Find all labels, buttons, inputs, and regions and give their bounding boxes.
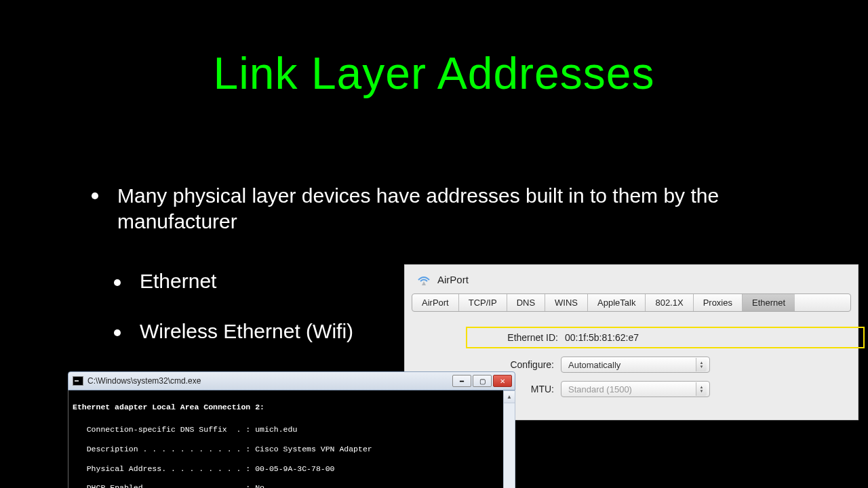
tab-appletalk[interactable]: AppleTalk xyxy=(588,294,646,311)
tab-airport[interactable]: AirPort xyxy=(412,294,459,311)
updown-icon: ▲▼ xyxy=(696,358,707,371)
scrollbar[interactable]: ▲ xyxy=(503,390,515,488)
cmd-icon xyxy=(73,376,83,386)
close-button[interactable]: ✕ xyxy=(493,375,512,387)
configure-label: Configure: xyxy=(473,359,561,370)
bullet-dot-icon xyxy=(92,192,98,199)
window-titlebar[interactable]: C:\Windows\system32\cmd.exe ━ ▢ ✕ xyxy=(68,371,515,390)
bullet-text: Many physical layer devices have address… xyxy=(117,183,795,234)
cmd-line: Description . . . . . . . . . . . : Cisc… xyxy=(73,445,511,454)
tab-8021x[interactable]: 802.1X xyxy=(646,294,693,311)
configure-value: Automatically xyxy=(568,360,620,370)
scroll-up-icon[interactable]: ▲ xyxy=(504,391,515,403)
bullet-text: Ethernet xyxy=(140,270,216,293)
cmd-line: Physical Address. . . . . . . . . : 00-0… xyxy=(73,464,511,474)
tab-dns[interactable]: DNS xyxy=(507,294,545,311)
tab-wins[interactable]: WINS xyxy=(545,294,588,311)
cmd-output: Ethernet adapter Local Area Connection 2… xyxy=(68,390,515,488)
airport-icon xyxy=(416,273,432,285)
bullet-item: Many physical layer devices have address… xyxy=(92,183,795,234)
bullet-dot-icon xyxy=(114,329,121,336)
ethernet-id-value: 00:1f:5b:81:62:e7 xyxy=(565,332,639,343)
ethernet-id-row: Ethernet ID: 00:1f:5b:81:62:e7 xyxy=(466,327,865,348)
tab-ethernet[interactable]: Ethernet xyxy=(743,294,795,311)
panel-title: AirPort xyxy=(437,274,469,285)
ethernet-id-label: Ethernet ID: xyxy=(477,332,565,343)
bullet-text: Wireless Ethernet (Wifi) xyxy=(140,320,353,343)
maximize-button[interactable]: ▢ xyxy=(473,375,492,387)
windows-cmd-window: C:\Windows\system32\cmd.exe ━ ▢ ✕ Ethern… xyxy=(68,371,515,488)
updown-icon: ▲▼ xyxy=(696,382,707,396)
cmd-line: DHCP Enabled. . . . . . . . . . . : No xyxy=(73,483,511,488)
tab-tcpip[interactable]: TCP/IP xyxy=(459,294,507,311)
bullet-dot-icon xyxy=(114,279,121,286)
bullet-item: Ethernet xyxy=(114,270,353,293)
window-title: C:\Windows\system32\cmd.exe xyxy=(87,376,452,386)
bullet-item: Wireless Ethernet (Wifi) xyxy=(114,320,353,343)
tab-bar: AirPort TCP/IP DNS WINS AppleTalk 802.1X… xyxy=(412,293,851,312)
slide-title: Link Layer Addresses xyxy=(0,0,868,99)
cmd-line: Connection-specific DNS Suffix . : umich… xyxy=(73,425,511,434)
tab-proxies[interactable]: Proxies xyxy=(694,294,743,311)
minimize-button[interactable]: ━ xyxy=(452,375,471,387)
configure-select[interactable]: Automatically ▲▼ xyxy=(561,357,710,373)
mtu-value: Standard (1500) xyxy=(568,384,632,394)
mtu-select[interactable]: Standard (1500) ▲▼ xyxy=(561,381,710,397)
cmd-adapter-header: Ethernet adapter Local Area Connection 2… xyxy=(73,403,511,412)
